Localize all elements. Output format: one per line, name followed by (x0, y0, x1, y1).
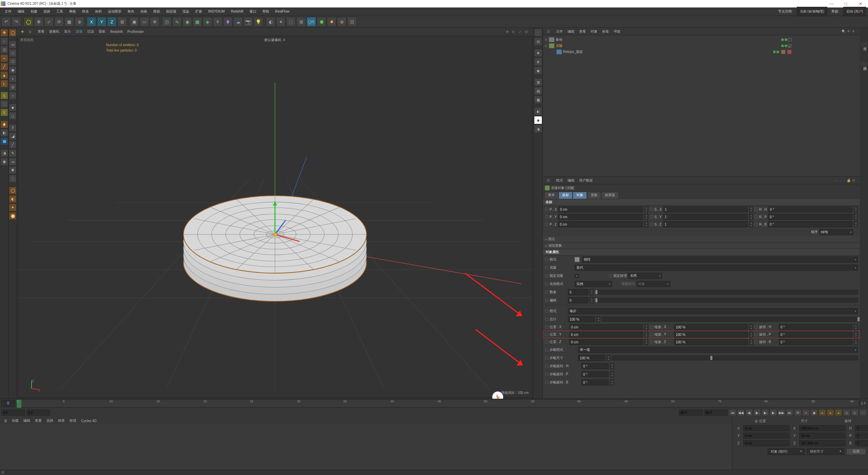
cam-nav1-icon[interactable]: ✥ (534, 49, 542, 57)
pos-y-input[interactable] (558, 214, 643, 220)
clone-scly-input[interactable] (674, 331, 748, 338)
sidetab-browser[interactable]: 浏览器 (860, 41, 868, 48)
object-tree[interactable]: ⊟ 备份 ⊟ 克隆 ✓ Retopo_圆盘 (543, 35, 860, 176)
move-axis-icon[interactable]: ◯ (9, 187, 17, 194)
play-back-icon[interactable]: ▶ (753, 409, 761, 416)
step-mode-select[interactable]: 每步 (568, 308, 858, 314)
attrmenu-edit[interactable]: 编辑 (566, 178, 576, 183)
sidetab-content[interactable]: 内容浏览器 (860, 61, 868, 67)
sel-fill-icon[interactable]: ▪ (9, 75, 17, 82)
cube-primitive-icon[interactable]: ◫ (162, 17, 172, 26)
vp-menu-redshift[interactable]: Redshift (108, 30, 125, 34)
total-input[interactable] (568, 316, 595, 322)
cm-rotb-input[interactable] (855, 440, 868, 446)
rot-b-input[interactable] (768, 221, 852, 227)
brush-icon[interactable]: ⬤ (9, 212, 17, 220)
hud2-icon[interactable]: ▤ (534, 87, 542, 95)
instance-mode-select[interactable]: 实例 (575, 281, 612, 287)
generator-icon[interactable]: ◉ (182, 17, 192, 26)
goto-start-icon[interactable]: ⏮ (729, 409, 736, 416)
cloner-icon[interactable]: ⚘ (213, 17, 222, 26)
cm-roth-input[interactable] (855, 425, 868, 431)
menu-insydium[interactable]: INSYDIUM (205, 7, 228, 16)
layout-select[interactable]: 启动 (用户) (843, 7, 866, 16)
environment-icon[interactable]: ☁ (233, 17, 243, 26)
select-tool-icon[interactable]: ◯ (24, 17, 33, 26)
plugin-icon-1[interactable]: ◐ (266, 17, 275, 26)
scale-axis-icon[interactable]: ◐ (9, 195, 17, 203)
plugin-icon-5[interactable]: QR (307, 17, 316, 26)
clone-roth-input[interactable] (779, 324, 852, 330)
redo-icon[interactable]: ↷ (12, 17, 21, 26)
nav-back-icon[interactable]: ← (833, 178, 838, 182)
workplane-icon[interactable]: ⬚ (0, 100, 8, 108)
record-icon[interactable]: ● (802, 409, 810, 416)
menu-volume[interactable]: 体积 (92, 7, 104, 16)
menu-create[interactable]: 创建 (28, 7, 40, 16)
hud1-icon[interactable]: ▥ (534, 78, 542, 86)
coord-system-icon[interactable]: ⊞ (117, 17, 127, 26)
burger-icon[interactable]: ☰ (545, 178, 552, 182)
menu-animate[interactable]: 动画 (138, 7, 150, 16)
cm-posy-input[interactable] (743, 433, 790, 439)
rotation-order-select[interactable]: HPB (819, 229, 853, 235)
perspective-viewport[interactable]: 透视视图 默认摄像机 ⚙ Number of emitters: 0 Total… (18, 36, 532, 398)
objmenu-file[interactable]: 文件 (554, 29, 565, 34)
cm-sizez-input[interactable] (799, 440, 846, 446)
key-pla-icon[interactable]: ◇ (851, 409, 859, 416)
axis-z-icon[interactable]: Z (107, 17, 117, 26)
sel-rect-icon[interactable]: ▭ (9, 41, 17, 49)
vp-menu-view[interactable]: 查看 (36, 29, 46, 34)
stepb-input[interactable] (581, 379, 609, 385)
next-frame-icon[interactable]: ▶ (770, 409, 777, 416)
pos-x-input[interactable] (558, 206, 643, 212)
cm-posz-input[interactable] (743, 440, 790, 446)
clone-sclz-input[interactable] (674, 339, 748, 345)
plugin-icon-3[interactable]: ⬚ (286, 17, 296, 26)
burger-icon[interactable]: ☰ (2, 419, 9, 423)
gear-icon[interactable]: ⚙ (851, 178, 856, 182)
mode-select[interactable]: 线性 (582, 256, 858, 263)
vp-menu-display[interactable]: 显示 (62, 29, 73, 34)
filter-icon[interactable]: ▼ (851, 30, 856, 33)
clone-posx-input[interactable] (569, 324, 643, 330)
autokey-icon[interactable]: ◉ (810, 409, 818, 416)
viewport-mode-select[interactable]: 对象 (636, 281, 670, 287)
sel-brush-icon[interactable]: ◉ (9, 66, 17, 74)
edge-mode-icon[interactable]: ╱ (0, 63, 8, 71)
axis-x-icon[interactable]: X (87, 17, 96, 26)
lock-icon[interactable]: 🔒 (846, 178, 851, 182)
menu-tools[interactable]: 工具 (54, 7, 66, 16)
vp-menu-options[interactable]: 选项 (74, 29, 84, 34)
rotate-axis-icon[interactable]: ✦ (9, 204, 17, 211)
menu-window[interactable]: 窗口 (247, 7, 259, 16)
rot-p-input[interactable] (768, 214, 852, 220)
plugin-icon-2[interactable]: ✦ (276, 17, 285, 26)
clone-posz-input[interactable] (569, 339, 643, 345)
render-region-icon[interactable]: ▭ (140, 17, 149, 26)
light-icon[interactable]: 💡 (254, 17, 263, 26)
poly-paint-icon[interactable]: ▦ (0, 137, 8, 145)
snap2-icon[interactable]: S (0, 109, 8, 116)
menu-spline[interactable]: 样条 (79, 7, 92, 16)
menu-simulate[interactable]: 模拟 (151, 7, 163, 16)
cm-sizex-input[interactable] (799, 425, 846, 431)
fix-clone-checkbox[interactable]: ✓ (575, 274, 579, 278)
rot-h-input[interactable] (768, 206, 852, 212)
clone-select[interactable]: 迭代 (575, 265, 858, 271)
knife-icon[interactable]: ╱ (9, 141, 17, 149)
menu-file[interactable]: 文件 (2, 7, 14, 16)
end-frame-input[interactable] (679, 410, 703, 416)
misc1-icon[interactable]: ◐ (534, 107, 542, 115)
tree-row-backup[interactable]: ⊟ 备份 (544, 37, 859, 43)
tab-coord[interactable]: 坐标 (558, 192, 573, 199)
stepp-input[interactable] (581, 371, 609, 377)
matmenu-material[interactable]: 材质 (56, 418, 67, 423)
matmenu-texture[interactable]: 纹理 (67, 418, 78, 423)
tree-row-retopo[interactable]: Retopo_圆盘 (544, 49, 859, 55)
prev-key-icon[interactable]: ◀◀ (737, 409, 745, 416)
object-mode-icon[interactable]: ▫ (0, 37, 8, 45)
vp-menu-filter[interactable]: 过滤 (85, 29, 96, 34)
menu-redshift[interactable]: Redshift (228, 7, 246, 16)
bridge-icon[interactable]: ⫘ (9, 158, 17, 166)
